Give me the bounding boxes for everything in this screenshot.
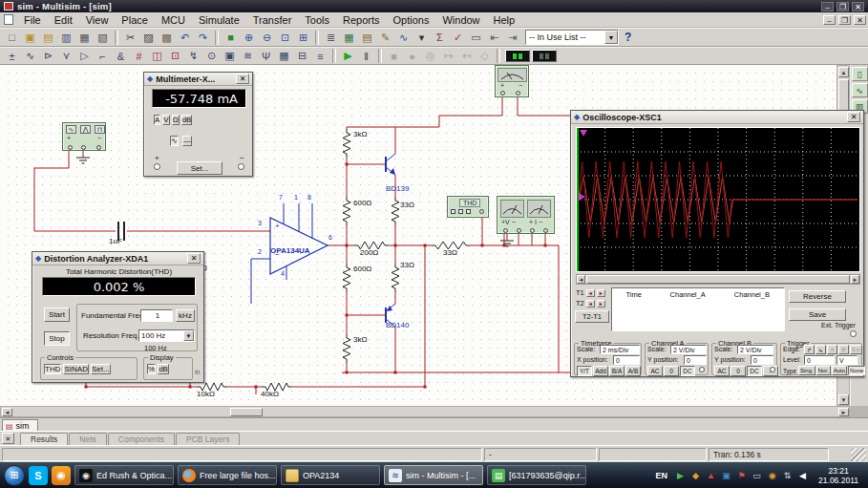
menu-item[interactable]: Window (435, 13, 486, 27)
fundamental-freq-input[interactable]: 1 (140, 309, 173, 322)
tray-volume-mixer-icon[interactable]: ◉ (766, 469, 778, 481)
open-icon[interactable]: ▣ (21, 30, 39, 45)
breakpoint-button[interactable]: ◇ (476, 49, 494, 64)
cut-icon[interactable]: ✂ (121, 30, 139, 45)
edge-a-button[interactable]: A (827, 345, 837, 354)
thd-probe-instrument[interactable]: THD (447, 196, 489, 218)
trigger-auto-button[interactable]: Auto (832, 366, 847, 375)
distortion-titlebar[interactable]: ◆ Distortion Analyzer-XDA1 ✕ (32, 252, 203, 265)
menu-item[interactable]: Help (487, 13, 522, 27)
zoom-area-icon[interactable]: ⊡ (276, 30, 294, 45)
task-multisim[interactable]: ≋ sim - Multisim - [... (384, 465, 483, 485)
ac-a-button[interactable]: AC (647, 366, 663, 376)
fg-minus-terminal[interactable] (96, 145, 101, 150)
scroll-right-icon[interactable]: ► (838, 408, 849, 416)
edge-falling-button[interactable]: ↳ (815, 345, 826, 354)
grapher-dropdown-icon[interactable]: ▾ (413, 30, 431, 45)
add-button[interactable]: Add (593, 366, 608, 376)
chevron-down-icon[interactable]: ▼ (604, 31, 618, 44)
resize-grip[interactable] (851, 448, 866, 461)
capture-area-icon[interactable]: ▭ (467, 30, 485, 45)
place-power-icon[interactable]: ↯ (184, 49, 202, 64)
place-source-icon[interactable]: ± (3, 49, 21, 64)
t1-right-icon[interactable]: ► (597, 289, 605, 297)
reverse-button[interactable]: Reverse (789, 290, 846, 303)
tray-messenger-icon[interactable]: ▣ (720, 469, 732, 481)
minimize-button[interactable]: – (821, 2, 834, 11)
step-button[interactable]: ● (403, 49, 421, 64)
t1-left-icon[interactable]: ◄ (586, 289, 595, 297)
multimeter-instrument[interactable]: + − (495, 65, 529, 97)
open-sample-icon[interactable]: ▤ (39, 30, 57, 45)
mode-voltage-button[interactable]: V (162, 115, 169, 125)
trigger-level-value[interactable]: 0 (804, 355, 835, 365)
scope-scroll-thumb[interactable] (586, 275, 850, 284)
channel-a-pos-value[interactable]: 0 (684, 355, 707, 365)
hierarchical-block-icon[interactable]: ⊟ (293, 49, 311, 64)
step-out-button[interactable]: ↤ (457, 49, 476, 64)
tray-speaker-icon[interactable]: ◀ (796, 469, 809, 481)
redo-icon[interactable]: ↷ (194, 30, 212, 45)
set-button[interactable]: Set... (91, 364, 111, 374)
menu-item[interactable]: Tools (298, 13, 336, 27)
db-button[interactable]: dB (158, 364, 169, 374)
skype-icon[interactable]: S (29, 466, 48, 485)
menu-item[interactable]: Reports (336, 13, 387, 27)
vm-plus-terminal[interactable] (503, 228, 508, 233)
fg-common-terminal[interactable] (81, 145, 86, 150)
design-toolbox-icon[interactable]: ≣ (322, 30, 340, 45)
zoom-fit-icon[interactable]: ⊞ (294, 30, 312, 45)
mode-resistance-button[interactable]: Ω (172, 115, 180, 125)
channel-a-radio[interactable] (699, 367, 705, 372)
close-button[interactable]: ✕ (852, 2, 864, 11)
scroll-up-icon[interactable]: ▲ (838, 67, 849, 77)
language-indicator[interactable]: EN (653, 469, 671, 482)
plus-terminal[interactable] (154, 163, 160, 170)
vm-minus-terminal[interactable] (517, 228, 521, 233)
volt-ammeter-instrument[interactable]: +V − + I − (497, 196, 555, 234)
dc-a-button[interactable]: DC (680, 366, 695, 376)
scroll-right-icon[interactable]: ► (851, 275, 859, 284)
yt-button[interactable]: Y/T (577, 366, 592, 376)
undo-icon[interactable]: ↶ (176, 30, 194, 45)
tray-display-icon[interactable]: ▭ (751, 469, 763, 481)
timebase-scale-value[interactable]: 2 ms/Div (600, 345, 640, 354)
channel-b-pos-value[interactable]: 0 (751, 355, 773, 365)
resolution-freq-select[interactable]: 100 Hz ▼ (138, 329, 195, 342)
channel-b-radio[interactable] (770, 367, 775, 372)
tray-ni-icon[interactable]: ▶ (674, 469, 687, 481)
save-button[interactable]: Save (789, 308, 846, 321)
sinad-button[interactable]: SINAD (63, 364, 88, 374)
spreadsheet-view-icon[interactable]: ▦ (340, 30, 358, 45)
xmm-plus-terminal[interactable] (500, 91, 505, 95)
chevron-down-icon[interactable]: ▼ (183, 330, 194, 341)
t2-right-icon[interactable]: ► (597, 300, 605, 308)
menu-item[interactable]: MCU (155, 13, 192, 27)
thd-terminal[interactable] (479, 209, 484, 214)
place-analog-icon[interactable]: ▷ (75, 49, 94, 64)
place-ttl-icon[interactable]: ⌐ (94, 49, 112, 64)
print-icon[interactable]: ▦ (75, 30, 94, 45)
mdi-restore-button[interactable]: ❐ (838, 15, 851, 25)
step-into-button[interactable]: ◎ (421, 49, 439, 64)
oscilloscope-titlebar[interactable]: ◆ Oscilloscope-XSC1 ✕ (571, 111, 863, 124)
ba-button[interactable]: B/A (609, 366, 625, 376)
menu-item[interactable]: View (79, 13, 116, 27)
erc-icon[interactable]: ✓ (449, 30, 467, 45)
mdi-close-button[interactable]: ✕ (854, 15, 866, 25)
postprocessor-icon[interactable]: Σ (431, 30, 449, 45)
instrument-multimeter-icon[interactable]: ▯ (852, 67, 868, 81)
tray-update-icon[interactable]: ◆ (689, 469, 702, 481)
channel-b-scale-value[interactable]: 2 V/Div (737, 345, 773, 354)
place-rf-icon[interactable]: ≋ (239, 49, 257, 64)
canvas-hscrollbar[interactable]: ◄ ► (0, 406, 850, 417)
tab-components[interactable]: Components (108, 433, 175, 445)
task-audio-player[interactable]: ◉ Ed Rush & Optica... (74, 465, 174, 485)
pause-simulation-button[interactable]: ‖ (357, 49, 375, 64)
copy-icon[interactable]: ▨ (139, 30, 158, 45)
place-misc-digital-icon[interactable]: # (130, 49, 148, 64)
percent-button[interactable]: % (147, 364, 156, 374)
dc-b-button[interactable]: DC (747, 366, 762, 376)
close-icon[interactable]: ✕ (187, 253, 201, 264)
place-misc-icon[interactable]: ⊙ (202, 49, 221, 64)
